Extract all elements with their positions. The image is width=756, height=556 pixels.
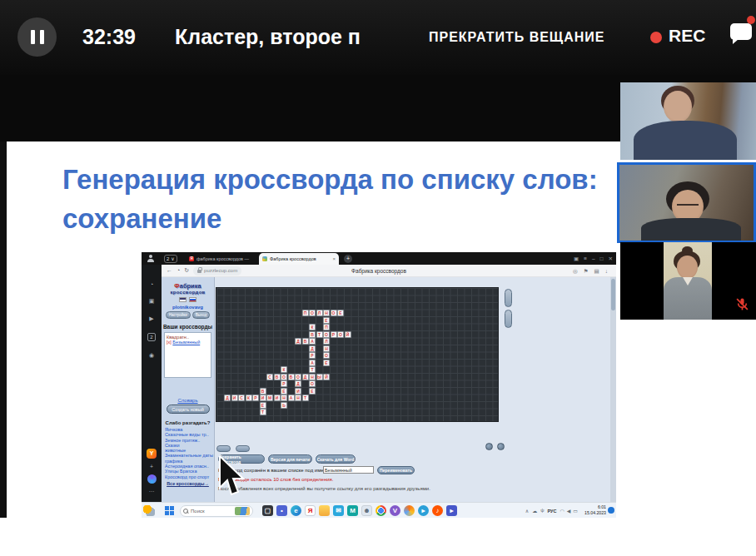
tab-active[interactable]: Фабрика кроссвордов × — [259, 253, 339, 265]
crossword-link[interactable]: Безымянный — [172, 340, 200, 345]
stop-broadcast-button[interactable]: ПРЕКРАТИТЬ ВЕЩАНИЕ — [429, 30, 604, 45]
crossword-cell[interactable]: Н — [323, 310, 330, 316]
crossword-cell[interactable]: О — [337, 331, 344, 338]
print-version-button[interactable]: Версия для печати — [268, 454, 312, 464]
crossword-cell[interactable]: Е — [309, 388, 316, 395]
close-button[interactable]: ✕ — [609, 256, 613, 262]
crossword-cell[interactable]: Н — [281, 395, 287, 401]
sidebar-link[interactable]: Кроссворд про спорт — [165, 474, 214, 479]
close-tab-icon[interactable]: × — [332, 256, 336, 261]
crossword-cell[interactable]: О — [295, 374, 301, 380]
crossword-cell[interactable]: О — [309, 310, 316, 316]
sidebar-link[interactable]: Сказочные виды тр.. — [165, 432, 214, 437]
tab-inactive[interactable]: Я фабрика кроссвордов — — [189, 254, 257, 264]
crossword-cell[interactable]: Т — [260, 409, 266, 415]
crossword-cell[interactable]: Е — [281, 388, 287, 395]
crossword-cell[interactable]: Б — [288, 374, 295, 380]
battery-icon[interactable]: ▭ — [573, 508, 578, 514]
crossword-cell[interactable]: С — [238, 395, 245, 401]
crossword-cell[interactable]: А — [309, 360, 316, 366]
chrome-icon[interactable] — [376, 505, 386, 516]
crossword-name-input[interactable] — [323, 466, 374, 474]
crossword-cell[interactable]: Д — [295, 380, 301, 387]
crossword-cell[interactable]: М — [266, 395, 273, 401]
onedrive-icon[interactable]: ☁ — [532, 508, 537, 514]
tray-expand-icon[interactable]: ∧ — [525, 508, 529, 514]
viber-icon[interactable]: V — [390, 505, 400, 516]
telegram-icon[interactable]: ▸ — [418, 505, 429, 516]
more-icon[interactable]: ⋯ — [149, 489, 155, 495]
bookmark-icon[interactable]: ⚑ — [584, 268, 589, 275]
grid-nav-button[interactable] — [485, 443, 493, 450]
crossword-cell[interactable]: И — [295, 388, 301, 395]
crossword-cell[interactable]: В — [260, 388, 266, 395]
alice-icon[interactable] — [147, 474, 157, 484]
crossword-cell[interactable]: Т — [309, 366, 316, 373]
volume-icon[interactable]: ◀ — [567, 508, 571, 514]
username[interactable]: plotnikovavg — [162, 305, 214, 310]
language-indicator[interactable]: РУС — [547, 509, 556, 514]
dictionary-link[interactable]: Словарь — [162, 398, 214, 403]
crossword-cell[interactable]: О — [323, 331, 330, 338]
crossword-cell[interactable]: Ь — [281, 402, 287, 409]
crossword-cell[interactable]: О — [281, 374, 287, 380]
grid-scroll-up-button[interactable] — [505, 289, 512, 307]
crossword-cell[interactable]: А — [288, 395, 295, 401]
settings-button[interactable]: Настройки — [166, 311, 191, 319]
crossword-cell[interactable]: Р — [281, 380, 287, 387]
minimize-button[interactable]: – — [592, 256, 595, 261]
panels-icon[interactable]: ▣ — [574, 256, 579, 262]
crossword-cell[interactable]: И — [231, 395, 238, 401]
crossword-cell[interactable]: Т — [302, 395, 309, 401]
tabs-count-icon[interactable]: 2 — [147, 333, 156, 341]
crossword-cell[interactable]: Е — [323, 360, 330, 366]
participant-video-1[interactable] — [620, 82, 756, 160]
taskbar-clock[interactable]: 6:01 15.04.2023 — [584, 504, 606, 515]
address-bar[interactable]: puzzlecup.com — [193, 266, 241, 276]
crossword-cell[interactable]: Л — [316, 310, 323, 316]
crossword-cell[interactable]: А — [309, 338, 316, 345]
video-icon[interactable]: ▶ — [149, 315, 153, 322]
crossword-cell[interactable]: Е — [337, 310, 344, 316]
downloads-icon[interactable]: ↓ — [605, 268, 608, 275]
logout-button[interactable]: Выход — [192, 311, 210, 319]
crossword-cell[interactable]: Е — [260, 402, 266, 409]
flag-ru-icon[interactable] — [189, 297, 196, 302]
screenshot-icon[interactable]: ◉ — [149, 352, 154, 359]
boards-icon[interactable]: ▣ — [149, 298, 155, 305]
myoffice-icon[interactable]: M — [347, 505, 358, 516]
start-button[interactable] — [165, 506, 174, 515]
profile-icon[interactable] — [147, 254, 155, 263]
crossword-cell[interactable]: Р — [331, 331, 337, 338]
crossword-cell[interactable]: И — [260, 395, 266, 401]
file-explorer-icon[interactable]: ▢ — [262, 505, 273, 516]
participant-video-3[interactable] — [620, 242, 756, 320]
mail-icon[interactable]: ✉ — [333, 505, 344, 516]
tab-counter[interactable]: 2 ∨ — [164, 255, 177, 263]
maximize-button[interactable]: □ — [600, 256, 604, 261]
crossword-cell[interactable]: Н — [309, 374, 316, 380]
crossword-cell[interactable]: Н — [295, 395, 301, 401]
create-new-button[interactable]: Создать новый — [167, 405, 210, 414]
crossword-cell[interactable]: Й — [345, 331, 351, 338]
tv-icon[interactable]: ▸ — [446, 505, 457, 516]
back-icon[interactable]: ← — [167, 267, 172, 274]
yandex-browser-icon[interactable]: Y — [147, 449, 157, 459]
crossword-cell[interactable]: П — [323, 324, 330, 330]
crossword-cell[interactable]: Д — [224, 395, 231, 401]
crossword-grid[interactable]: ПОЛНОЕНЕПОЛНОЕКВАДРАТНОЕВТОРОЙДВАКОРЕНЬС… — [216, 287, 499, 422]
crossword-cell[interactable]: Ы — [316, 374, 323, 380]
zoom-in-button[interactable] — [236, 445, 250, 452]
crossword-cell[interactable]: О — [331, 310, 337, 316]
yandex-start-icon[interactable] — [404, 505, 415, 516]
chat-icon[interactable] — [730, 23, 752, 40]
crossword-cell[interactable]: О — [309, 380, 316, 387]
people-icon[interactable]: ☻ — [361, 505, 372, 516]
crossword-cell[interactable]: О — [323, 352, 330, 359]
crossword-cell[interactable]: В — [309, 331, 316, 338]
history-icon[interactable]: ◔ — [150, 281, 153, 287]
wifi-icon[interactable]: ◠ — [560, 508, 564, 514]
messenger-icon[interactable]: • — [276, 505, 287, 516]
flag-us-icon[interactable] — [179, 297, 187, 302]
menu-icon[interactable]: ≡ — [584, 256, 587, 261]
